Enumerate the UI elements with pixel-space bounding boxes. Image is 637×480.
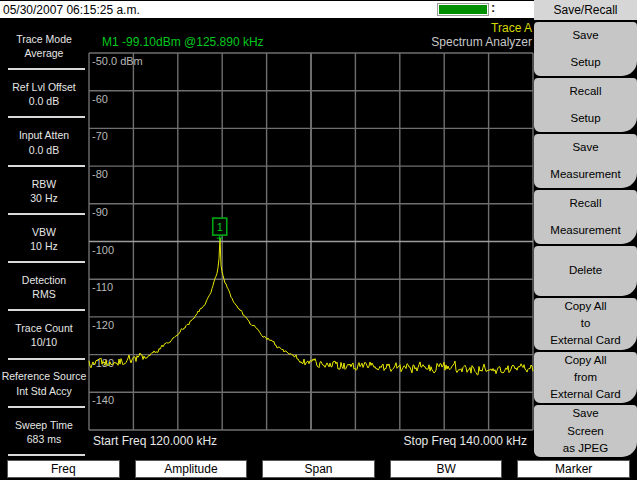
softkey-label: Recall Setup xyxy=(570,78,602,132)
sidebar-item-trace-count: Trace Count10/10 xyxy=(0,311,88,359)
bottom-key-bar: FreqAmplitudeSpanBWMarker xyxy=(0,458,637,480)
sidebar-item-input-atten: Input Atten0.0 dB xyxy=(0,118,88,166)
sidebar-item-rbw: RBW30 Hz xyxy=(0,167,88,215)
start-freq-label: Start Freq 120.000 kHz xyxy=(93,434,217,448)
softkey-label: Copy All from External Card xyxy=(550,352,620,404)
datetime-text: 05/30/2007 06:15:25 a.m. xyxy=(3,3,140,17)
sidebar-item-label: Input Atten xyxy=(19,128,69,142)
bottom-key-marker[interactable]: Marker xyxy=(517,460,630,478)
softkey-button-list: Save SetupRecall SetupSave MeasurementRe… xyxy=(534,22,637,457)
y-tick-label: -100 xyxy=(92,244,114,256)
softkey-save-measurement[interactable]: Save Measurement xyxy=(534,134,637,188)
spectrum-grid-and-trace: -50.0 dBm-60-70-80-90-100-110-120-130-14… xyxy=(88,20,534,458)
marker-1-number: 1 xyxy=(217,221,223,233)
sidebar-item-label: Sweep Time xyxy=(15,418,73,432)
softkey-delete[interactable]: Delete xyxy=(534,246,637,296)
sidebar-item-vbw: VBW10 Hz xyxy=(0,215,88,263)
softkey-label: Delete xyxy=(569,264,602,278)
softkey-menu: Save/Recall Save SetupRecall SetupSave M… xyxy=(534,0,637,458)
bottom-key-bw[interactable]: BW xyxy=(390,460,503,478)
softkey-label: Save Setup xyxy=(570,22,600,76)
y-tick-label: -90 xyxy=(92,206,108,218)
sidebar-item-value: 0.0 dB xyxy=(29,143,59,157)
softkey-copy-all-from-external[interactable]: Copy All from External Card xyxy=(534,352,637,404)
y-tick-label: -80 xyxy=(92,168,108,180)
mode-label: Spectrum Analyzer xyxy=(431,35,532,49)
softkey-menu-title: Save/Recall xyxy=(534,0,637,22)
sidebar-item-value: Int Std Accy xyxy=(16,384,71,398)
softkey-save-screen-as-jpeg[interactable]: Save Screen as JPEG xyxy=(534,405,637,457)
sidebar-item-value: 683 ms xyxy=(27,432,61,446)
sidebar-item-trace-mode: Trace ModeAverage xyxy=(0,22,88,70)
sidebar-item-label: Ref Lvl Offset xyxy=(12,80,75,94)
softkey-copy-all-to-external[interactable]: Copy All to External Card xyxy=(534,298,637,350)
softkey-save-setup[interactable]: Save Setup xyxy=(534,22,637,76)
softkey-label: Copy All to External Card xyxy=(550,298,620,350)
sidebar-item-label: Detection xyxy=(22,273,66,287)
sidebar-item-reference-source: Reference SourceInt Std Accy xyxy=(0,360,88,408)
bottom-key-span[interactable]: Span xyxy=(262,460,375,478)
softkey-label: Save Measurement xyxy=(550,134,620,188)
trace-label: Trace A xyxy=(491,21,532,35)
stop-freq-label: Stop Freq 140.000 kHz xyxy=(404,434,527,448)
spectrum-plot: -50.0 dBm-60-70-80-90-100-110-120-130-14… xyxy=(88,20,534,458)
sidebar-item-ref-lvl-offset: Ref Lvl Offset0.0 dB xyxy=(0,70,88,118)
y-tick-label: -50.0 dBm xyxy=(92,55,143,67)
y-tick-label: -110 xyxy=(92,281,113,293)
sidebar-item-detection: DetectionRMS xyxy=(0,263,88,311)
sidebar-item-value: 10 Hz xyxy=(30,239,57,253)
sidebar-item-value: 0.0 dB xyxy=(29,94,59,108)
sidebar-item-label: Trace Count xyxy=(15,321,72,335)
sidebar-item-label: RBW xyxy=(32,177,57,191)
sidebar-item-value: RMS xyxy=(32,287,55,301)
parameter-sidebar: Trace ModeAverageRef Lvl Offset0.0 dBInp… xyxy=(0,20,88,458)
softkey-recall-setup[interactable]: Recall Setup xyxy=(534,78,637,132)
battery-terminal-icon: : xyxy=(491,0,495,15)
marker-readout: M1 -99.10dBm @125.890 kHz xyxy=(102,35,264,49)
softkey-label: Save Screen as JPEG xyxy=(563,405,608,457)
battery-icon xyxy=(437,3,489,16)
softkey-label: Recall Measurement xyxy=(550,190,620,244)
y-tick-label: -140 xyxy=(92,394,114,406)
sidebar-item-label: Trace Mode xyxy=(16,32,72,46)
spectrum-analyzer-screen: 05/30/2007 06:15:25 a.m. : Trace ModeAve… xyxy=(0,0,637,480)
sidebar-item-value: Average xyxy=(25,46,64,60)
y-tick-label: -60 xyxy=(92,93,108,105)
bottom-key-amplitude[interactable]: Amplitude xyxy=(135,460,248,478)
y-tick-label: -120 xyxy=(92,319,114,331)
bottom-key-freq[interactable]: Freq xyxy=(7,460,120,478)
y-tick-label: -70 xyxy=(92,130,108,142)
sidebar-item-sweep-time: Sweep Time683 ms xyxy=(0,408,88,456)
softkey-recall-measurement[interactable]: Recall Measurement xyxy=(534,190,637,244)
sidebar-item-value: 10/10 xyxy=(31,335,57,349)
sidebar-item-label: Reference Source xyxy=(2,369,87,383)
sidebar-item-label: VBW xyxy=(32,225,56,239)
battery-fill xyxy=(439,5,487,14)
sidebar-item-value: 30 Hz xyxy=(30,191,57,205)
